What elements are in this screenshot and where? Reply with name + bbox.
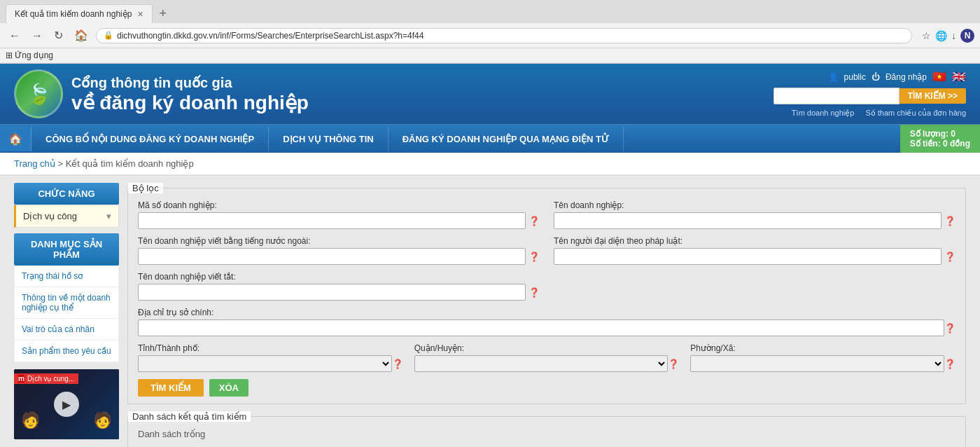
ten-dn-label: Tên doanh nghiệp: xyxy=(554,200,955,210)
new-tab-button[interactable]: + xyxy=(155,5,172,22)
nav-item-dich-vu[interactable]: DỊCH VỤ THÔNG TIN xyxy=(269,127,388,151)
header-top: 🍃 Cổng thông tin quốc gia về đăng ký doa… xyxy=(0,64,980,124)
ten-nguoi-dai-dien-help-icon[interactable]: ❓ xyxy=(944,252,955,262)
sidebar-link-vai-tro[interactable]: Vai trò của cá nhân xyxy=(14,319,119,341)
apps-label: Ứng dụng xyxy=(15,50,53,60)
address-bar[interactable]: 🔒 dichvuthongtin.dkkd.gov.vn/inf/Forms/S… xyxy=(96,28,912,43)
sub-title-text: về đăng ký doanh nghiệp xyxy=(71,91,309,114)
breadcrumb-home[interactable]: Trang chủ xyxy=(14,158,55,169)
main-content: CHỨC NĂNG Dịch vụ công ▾ DANH MỤC SẢN PH… xyxy=(0,176,980,447)
extension2-icon[interactable]: ↓ xyxy=(951,30,956,41)
forward-button[interactable]: → xyxy=(28,28,46,43)
ten-dn-input[interactable] xyxy=(554,212,941,229)
reload-button[interactable]: ↻ xyxy=(50,27,66,43)
filter-legend: Bộ lọc xyxy=(128,183,163,193)
form-group-ten-nguoi-dai-dien: Tên người đại diện theo pháp luật: ❓ xyxy=(554,236,955,265)
user-label: public xyxy=(844,72,866,82)
ma-so-dn-input[interactable] xyxy=(138,212,526,229)
browser-actions: ☆ 🌐 ↓ N xyxy=(922,29,974,43)
tab-bar: Kết quả tìm kiếm doanh nghiệp × + xyxy=(0,0,980,23)
ten-nguoi-dai-dien-input[interactable] xyxy=(554,248,941,265)
logo-image: 🍃 xyxy=(14,69,63,118)
video-thumbnail[interactable]: m Dịch vụ cung... 🧑 🧑 ▶ xyxy=(14,369,119,439)
ten-viet-tat-input[interactable] xyxy=(138,284,526,301)
ma-so-dn-label: Mã số doanh nghiệp: xyxy=(138,200,540,210)
form-group-ten-dn: Tên doanh nghiệp: ❓ xyxy=(554,200,955,229)
bookmark-icon[interactable]: ☆ xyxy=(922,30,931,41)
sidebar-link-san-pham[interactable]: Sản phẩm theo yêu cầu xyxy=(14,341,119,362)
results-content: Danh sách trống xyxy=(128,422,965,447)
dia-chi-help-icon[interactable]: ❓ xyxy=(944,323,955,333)
apps-icon: ⊞ xyxy=(6,50,13,60)
results-fieldset: Danh sách kết quả tìm kiếm Danh sách trố… xyxy=(127,411,966,447)
site-nav: 🏠 CÔNG BỐ NỘI DUNG ĐĂNG KÝ DOANH NGHIỆP … xyxy=(0,124,980,153)
ten-viet-tat-label: Tên doanh nghiệp viết tắt: xyxy=(138,272,540,282)
ten-nuoc-ngoai-input[interactable] xyxy=(138,248,526,265)
home-button[interactable]: 🏠 xyxy=(71,27,92,43)
search-button[interactable]: TÌM KIẾM xyxy=(138,379,204,397)
dropdown-quan: Quận/Huyện: ❓ xyxy=(414,343,680,372)
active-tab[interactable]: Kết quả tìm kiếm doanh nghiệp × xyxy=(6,4,153,23)
user-actions: 👤 public ⏻ Đăng nhập 🇻🇳 🇬🇧 xyxy=(828,70,966,83)
browser-chrome: Kết quả tìm kiếm doanh nghiệp × + ← → ↻ … xyxy=(0,0,980,64)
sidebar-link-trang-thai[interactable]: Trạng thái hồ sơ xyxy=(14,266,119,287)
video-label: m Dịch vụ cung... xyxy=(14,373,78,384)
nav-item-cong-bo[interactable]: CÔNG BỐ NỘI DUNG ĐĂNG KÝ DOANH NGHIỆP xyxy=(31,127,269,151)
close-tab-button[interactable]: × xyxy=(137,8,143,20)
nav-item-dang-ky[interactable]: ĐĂNG KÝ DOANH NGHIỆP QUA MẠNG ĐIỆN TỬ xyxy=(388,127,624,151)
site-header: 🍃 Cổng thông tin quốc gia về đăng ký doa… xyxy=(0,64,980,153)
header-search-input[interactable] xyxy=(774,88,899,104)
header-search-button[interactable]: TÌM KIẾM >> xyxy=(899,88,966,104)
phuong-label: Phường/Xã: xyxy=(690,343,955,353)
phuong-help-icon[interactable]: ❓ xyxy=(944,359,955,369)
form-group-ma-so: Mã số doanh nghiệp: ❓ xyxy=(138,200,540,229)
user-icon: 👤 xyxy=(828,72,839,82)
form-row-2: Tên doanh nghiệp viết bằng tiếng nước ng… xyxy=(138,236,955,265)
quan-help-icon[interactable]: ❓ xyxy=(668,359,679,369)
find-enterprise-link[interactable]: Tìm doanh nghiệp xyxy=(792,109,855,118)
sidebar-danh-muc-title: DANH MỤC SẢN PHẨM xyxy=(14,233,119,266)
dropdown-tinh: Tỉnh/Thành phố: ❓ xyxy=(138,343,403,372)
phuong-select[interactable] xyxy=(690,355,944,372)
play-button[interactable]: ▶ xyxy=(54,392,79,417)
leaf-icon: 🍃 xyxy=(27,83,51,106)
form-row-3: Tên doanh nghiệp viết tắt: ❓ xyxy=(138,272,955,301)
form-group-ten-nuoc-ngoai: Tên doanh nghiệp viết bằng tiếng nước ng… xyxy=(138,236,540,265)
clear-button[interactable]: XÓA xyxy=(209,379,248,397)
search-box: TÌM KIẾM >> xyxy=(774,88,966,104)
sidebar-link-thong-tin[interactable]: Thông tin về một doanh nghiệp cụ thể xyxy=(14,287,119,319)
form-row-1: Mã số doanh nghiệp: ❓ Tên doanh nghiệp: … xyxy=(138,200,955,229)
home-nav-button[interactable]: 🏠 xyxy=(0,127,31,151)
order-reference-link[interactable]: Số tham chiếu của đơn hàng xyxy=(865,109,966,118)
back-button[interactable]: ← xyxy=(6,28,24,43)
dropdown-row: Tỉnh/Thành phố: ❓ Quận/Huyện: xyxy=(138,343,955,372)
cart-badge[interactable]: Số lượng: 0 Số tiền: 0 đồng xyxy=(900,125,980,153)
header-right: 👤 public ⏻ Đăng nhập 🇻🇳 🇬🇧 TÌM KIẾM >> T… xyxy=(774,70,966,118)
extension-icon[interactable]: 🌐 xyxy=(935,30,947,41)
dia-chi-label: Địa chỉ trụ sở chính: xyxy=(138,308,955,317)
sidebar: CHỨC NĂNG Dịch vụ công ▾ DANH MỤC SẢN PH… xyxy=(14,183,119,447)
tinh-help-icon[interactable]: ❓ xyxy=(392,359,403,369)
cart-quantity: Số lượng: 0 xyxy=(910,129,970,139)
person2-icon: 🧑 xyxy=(93,411,112,429)
ma-so-help-icon[interactable]: ❓ xyxy=(528,216,540,226)
apps-bar: ⊞ Ứng dụng xyxy=(0,48,980,63)
ten-viet-tat-help-icon[interactable]: ❓ xyxy=(528,287,540,298)
tinh-select[interactable] xyxy=(138,355,392,372)
quan-select[interactable] xyxy=(414,355,668,372)
flag-vn-icon[interactable]: 🇻🇳 xyxy=(932,70,946,83)
flag-en-icon[interactable]: 🇬🇧 xyxy=(952,70,966,83)
ten-dn-help-icon[interactable]: ❓ xyxy=(944,216,955,226)
quan-label: Quận/Huyện: xyxy=(414,343,680,353)
login-link[interactable]: Đăng nhập xyxy=(886,72,927,82)
profile-icon[interactable]: N xyxy=(960,29,974,43)
address-bar-row: ← → ↻ 🏠 🔒 dichvuthongtin.dkkd.gov.vn/inf… xyxy=(0,23,980,48)
chevron-down-icon: ▾ xyxy=(106,211,111,221)
search-links: Tìm doanh nghiệp Số tham chiếu của đơn h… xyxy=(792,109,966,118)
ten-nguoi-dai-dien-label: Tên người đại diện theo pháp luật: xyxy=(554,236,955,246)
ten-nuoc-ngoai-help-icon[interactable]: ❓ xyxy=(528,252,540,262)
sidebar-item-dich-vu-cong[interactable]: Dịch vụ công ▾ xyxy=(14,205,119,228)
dia-chi-input[interactable] xyxy=(138,319,944,336)
dropdown-phuong: Phường/Xã: ❓ xyxy=(690,343,955,372)
header-title: Cổng thông tin quốc gia về đăng ký doanh… xyxy=(71,74,309,114)
